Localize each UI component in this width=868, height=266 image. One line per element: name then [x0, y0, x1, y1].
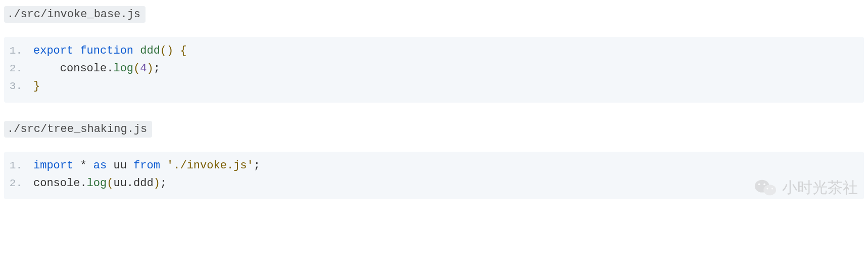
- code-token: from: [133, 159, 160, 172]
- code-token: [160, 159, 167, 172]
- line-number: 2.: [4, 60, 33, 77]
- code-token: [33, 62, 60, 75]
- code-content: }: [33, 77, 864, 95]
- code-token: [87, 159, 93, 172]
- file-path-label: ./src/tree_shaking.js: [4, 121, 152, 138]
- code-token: ;: [160, 177, 167, 190]
- line-number: 1.: [4, 157, 33, 174]
- line-number: 2.: [4, 175, 33, 192]
- code-token: './invoke.js': [167, 159, 254, 172]
- code-token: (: [133, 62, 140, 75]
- code-content: console.log(uu.ddd);: [33, 174, 864, 192]
- code-content: import * as uu from './invoke.js';: [33, 157, 864, 174]
- code-token: [127, 159, 133, 172]
- code-token: function: [80, 45, 133, 57]
- code-token: console: [33, 177, 80, 190]
- code-token: uu: [113, 177, 126, 190]
- code-token: log: [113, 62, 133, 75]
- code-token: [107, 159, 113, 172]
- file-path-label: ./src/invoke_base.js: [4, 6, 146, 23]
- code-token: .: [107, 62, 113, 75]
- code-token: .: [127, 177, 133, 190]
- code-token: import: [33, 159, 73, 172]
- code-token: console: [60, 62, 107, 75]
- code-token: *: [80, 159, 86, 172]
- code-line: 1.import * as uu from './invoke.js';: [4, 157, 864, 174]
- code-token: (): [160, 45, 173, 57]
- code-token: [73, 159, 80, 172]
- code-token: ;: [254, 159, 260, 172]
- code-token: {: [180, 45, 186, 57]
- code-token: ): [154, 177, 160, 190]
- code-block: 1.export function ddd() {2. console.log(…: [4, 37, 864, 103]
- code-line: 1.export function ddd() {: [4, 42, 864, 60]
- code-token: ): [147, 62, 153, 75]
- code-token: export: [33, 45, 73, 57]
- code-token: log: [87, 177, 107, 190]
- code-token: [133, 45, 140, 57]
- code-token: [73, 45, 80, 57]
- code-token: ddd: [140, 45, 160, 57]
- line-number: 1.: [4, 42, 33, 60]
- code-line: 2.console.log(uu.ddd);: [4, 174, 864, 192]
- line-number: 3.: [4, 78, 33, 95]
- code-content: console.log(4);: [33, 60, 864, 77]
- code-token: [173, 45, 180, 57]
- code-token: (: [107, 177, 113, 190]
- code-token: .: [80, 177, 86, 190]
- code-token: ;: [154, 62, 160, 75]
- code-token: ddd: [133, 177, 154, 190]
- code-line: 2. console.log(4);: [4, 60, 864, 77]
- code-token: }: [33, 80, 40, 93]
- code-content: export function ddd() {: [33, 42, 864, 60]
- code-line: 3.}: [4, 77, 864, 95]
- code-token: 4: [140, 62, 147, 75]
- code-token: uu: [113, 159, 126, 172]
- code-token: as: [93, 159, 107, 172]
- code-block: 1.import * as uu from './invoke.js';2.co…: [4, 152, 864, 199]
